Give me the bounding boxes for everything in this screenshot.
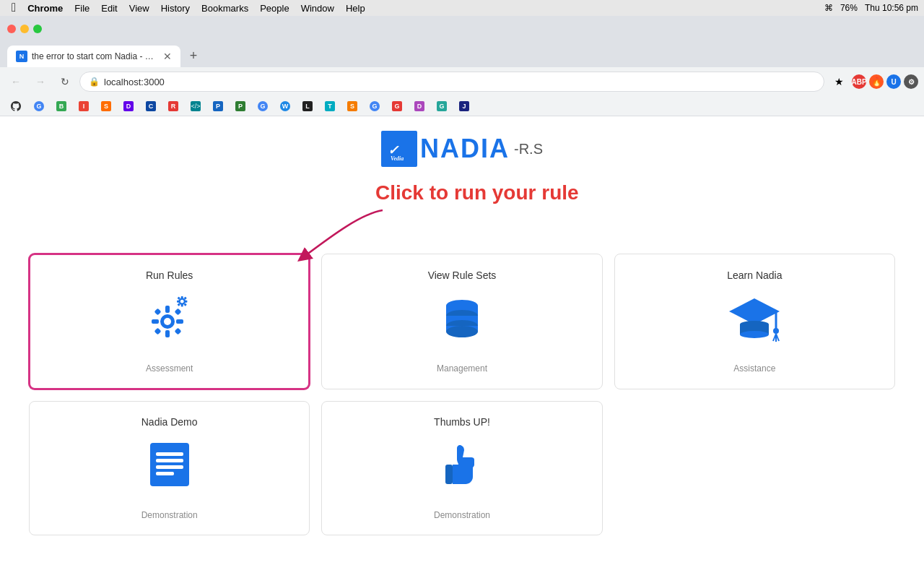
new-tab-button[interactable]: + [183, 46, 204, 66]
nadia-demo-subtitle: Demonstration [141, 510, 198, 520]
adblock-ext-icon[interactable]: ABP [852, 74, 866, 89]
learn-nadia-title: Learn Nadia [727, 269, 782, 281]
bookmark-py1[interactable]: P [209, 98, 230, 114]
svg-rect-5 [165, 306, 170, 313]
tab-close-button[interactable]: ✕ [163, 51, 172, 61]
menubar-window[interactable]: Window [295, 0, 340, 16]
maximize-button[interactable] [33, 25, 42, 33]
bookmark-code1[interactable]: </> [186, 98, 207, 114]
bk-icon: C [146, 101, 156, 111]
extensions-icon[interactable]: ⚙ [904, 74, 918, 89]
nadia-demo-card[interactable]: Nadia Demo Demonstration [29, 401, 310, 535]
bookmark-github[interactable] [6, 98, 28, 114]
menubar-right: ⌘ 76% Thu 10:56 pm [824, 3, 918, 13]
learn-nadia-card[interactable]: Learn Nadia [614, 254, 895, 389]
view-rule-sets-subtitle: Management [437, 363, 487, 374]
bookmark-l1[interactable]: L [298, 98, 319, 114]
bookmark-i1[interactable]: I [74, 98, 95, 114]
bookmark-b1[interactable]: B [52, 98, 73, 114]
menubar-help[interactable]: Help [340, 0, 371, 16]
thumbs-up-card[interactable]: Thumbs UP! Demonstration [321, 401, 602, 535]
bookmark-py2[interactable]: P [231, 98, 252, 114]
thumbs-up-subtitle: Demonstration [434, 510, 490, 520]
learn-nadia-subtitle: Assistance [733, 363, 775, 374]
svg-rect-11 [154, 328, 161, 335]
bookmark-g2[interactable]: G [253, 98, 274, 114]
address-bar[interactable]: 🔒 localhost:3000 [79, 72, 824, 92]
g-icon: G [34, 101, 44, 111]
annotation: Click to run your rule [375, 181, 579, 204]
bookmark-d1[interactable]: D [119, 98, 140, 114]
toolbar-right: ★ ABP 🔥 U ⚙ [829, 72, 918, 92]
run-rules-subtitle: Assessment [146, 363, 193, 374]
bookmark-wp1[interactable]: W [276, 98, 297, 114]
svg-point-14 [180, 300, 183, 303]
svg-rect-43 [156, 472, 174, 475]
svg-marker-30 [729, 298, 780, 324]
menubar-people[interactable]: People [254, 0, 295, 16]
svg-rect-17 [177, 301, 180, 303]
svg-rect-16 [180, 303, 183, 306]
thumbs-up-title: Thumbs UP! [434, 416, 490, 428]
lock-icon: 🔒 [89, 77, 100, 87]
svg-point-4 [164, 318, 171, 325]
bookmark-g1[interactable]: G [30, 98, 51, 114]
menubar-bookmarks[interactable]: Bookmarks [196, 0, 254, 16]
close-button[interactable] [7, 25, 16, 33]
svg-rect-39 [150, 443, 189, 486]
svg-point-29 [446, 326, 478, 337]
t-icon: T [325, 101, 335, 111]
bookmark-d2[interactable]: D [410, 98, 431, 114]
fire-ext-icon[interactable]: 🔥 [869, 74, 884, 89]
bookmark-g5[interactable]: G [432, 98, 453, 114]
svg-text:Vedia: Vedia [391, 155, 404, 162]
logo-box: ✓ Vedia [381, 131, 417, 167]
i-icon: I [79, 101, 89, 111]
tab-title: the error to start com Nadia - R S tut..… [32, 51, 159, 61]
wp-icon: W [280, 101, 290, 111]
reload-button[interactable]: ↻ [55, 72, 75, 92]
bookmark-j1[interactable]: J [455, 98, 476, 114]
bookmark-s1[interactable]: S [97, 98, 118, 114]
minimize-button[interactable] [20, 25, 29, 33]
forward-button[interactable]: → [30, 72, 51, 92]
bookmark-g3[interactable]: G [365, 98, 386, 114]
menubar-view[interactable]: View [123, 0, 155, 16]
tab-bar: N the error to start com Nadia - R S tut… [0, 41, 924, 67]
bookmark-r1[interactable]: R [164, 98, 185, 114]
apple-menu[interactable]:  [6, 0, 22, 16]
svg-rect-18 [184, 301, 187, 303]
menubar-history[interactable]: History [155, 0, 196, 16]
menubar-file[interactable]: File [69, 0, 95, 16]
menubar-chrome[interactable]: Chrome [22, 0, 69, 16]
battery-level: 76% [840, 3, 858, 13]
bookmark-g4[interactable]: G [388, 98, 409, 114]
l-icon: L [302, 101, 313, 111]
run-rules-card[interactable]: Run Rules [29, 254, 310, 389]
svg-rect-41 [156, 459, 183, 462]
user-avatar[interactable]: U [886, 74, 901, 89]
chrome-titlebar [0, 16, 924, 41]
bookmark-t1[interactable]: T [321, 98, 341, 114]
b-icon: B [56, 101, 66, 111]
annotation-text: Click to run your rule [375, 181, 579, 204]
datetime: Thu 10:56 pm [865, 3, 918, 13]
chrome-tab-active[interactable]: N the error to start com Nadia - R S tut… [7, 46, 180, 67]
svg-point-33 [740, 331, 769, 338]
traffic-lights [7, 25, 42, 33]
svg-rect-42 [156, 465, 183, 469]
card-grid: Run Rules [29, 254, 895, 535]
annotation-arrow [289, 207, 397, 264]
menubar:  Chrome File Edit View History Bookmark… [0, 0, 924, 16]
bookmark-s2[interactable]: S [343, 98, 364, 114]
chrome-window: N the error to start com Nadia - R S tut… [0, 16, 924, 578]
r-icon: R [168, 101, 178, 111]
back-button[interactable]: ← [6, 72, 26, 92]
svg-rect-9 [154, 309, 161, 316]
menubar-edit[interactable]: Edit [95, 0, 123, 16]
bookmarks-star-button[interactable]: ★ [829, 72, 849, 92]
tab-favicon: N [16, 51, 27, 62]
view-rule-sets-card[interactable]: View Rule Sets Management [321, 254, 602, 389]
wifi-icon: ⌘ [824, 3, 833, 13]
bookmark-bk1[interactable]: C [141, 98, 162, 114]
